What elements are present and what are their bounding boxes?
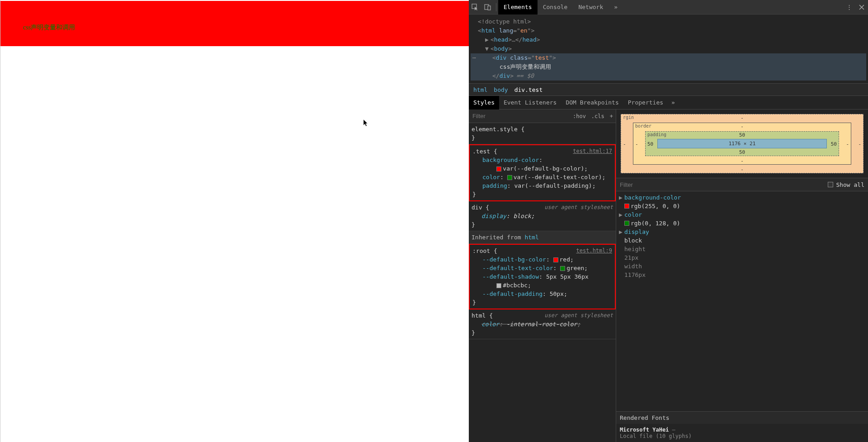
rule-root[interactable]: test.html:9 :root { --default-bg-color: … bbox=[469, 244, 616, 309]
styles-list: element.style { } test.html:17 .test { b… bbox=[469, 123, 616, 442]
styles-tabbar: Styles Event Listeners DOM Breakpoints P… bbox=[469, 96, 868, 109]
showall-checkbox[interactable] bbox=[828, 182, 833, 187]
breadcrumb: html body div.test bbox=[469, 83, 868, 96]
rendered-fonts-header: Rendered Fonts bbox=[616, 411, 868, 424]
rule-html-ua[interactable]: user agent stylesheet html { color: -int… bbox=[469, 309, 616, 339]
devtools-tabbar: Elements Console Network » ⋮ bbox=[469, 0, 868, 14]
styles-filter-row: :hov .cls + bbox=[469, 109, 616, 123]
styles-filter-input[interactable] bbox=[469, 113, 570, 119]
source-link[interactable]: test.html:17 bbox=[573, 147, 612, 156]
tab-network[interactable]: Network bbox=[573, 0, 609, 14]
new-rule-button[interactable]: + bbox=[607, 113, 616, 119]
hov-toggle[interactable]: :hov bbox=[570, 113, 589, 119]
inspect-icon[interactable] bbox=[469, 0, 481, 14]
page-viewport: css声明变量和调用 bbox=[0, 0, 469, 442]
dom-selected-node[interactable]: ⋯ <div class="test"> css声明变量和调用 </div>==… bbox=[471, 53, 866, 81]
rule-element-style[interactable]: element.style { } bbox=[469, 123, 616, 144]
tab-elements[interactable]: Elements bbox=[498, 0, 538, 14]
dom-tree[interactable]: <!doctype html> <html lang="en"> ▶<head>… bbox=[469, 14, 868, 83]
inherited-header: Inherited from html bbox=[469, 231, 616, 244]
source-link[interactable]: test.html:9 bbox=[576, 247, 612, 255]
dom-body-open[interactable]: ▼<body> bbox=[471, 44, 866, 53]
tab-console[interactable]: Console bbox=[538, 0, 573, 14]
tab-styles-more[interactable]: » bbox=[668, 99, 679, 106]
tab-properties[interactable]: Properties bbox=[623, 96, 668, 109]
crumb-divtest[interactable]: div.test bbox=[514, 86, 543, 93]
computed-column: rgin ---- border ---- padding 50505050 1… bbox=[616, 109, 868, 442]
device-toggle-icon[interactable] bbox=[481, 0, 494, 14]
tab-more[interactable]: » bbox=[609, 0, 623, 14]
close-icon[interactable] bbox=[855, 0, 868, 14]
computed-list[interactable]: ▶background-color rgb(255, 0, 0) ▶color … bbox=[616, 191, 868, 411]
cls-toggle[interactable]: .cls bbox=[589, 113, 607, 119]
devtools-panel: Elements Console Network » ⋮ <!doctype h… bbox=[469, 0, 868, 442]
svg-rect-2 bbox=[488, 6, 491, 10]
box-model[interactable]: rgin ---- border ---- padding 50505050 1… bbox=[616, 109, 868, 178]
tab-event-listeners[interactable]: Event Listeners bbox=[499, 96, 561, 109]
kebab-menu-icon[interactable]: ⋮ bbox=[843, 0, 855, 14]
tab-styles[interactable]: Styles bbox=[469, 96, 499, 109]
test-div: css声明变量和调用 bbox=[0, 1, 469, 46]
dom-html-open[interactable]: <html lang="en"> bbox=[471, 26, 866, 35]
computed-filter-row: Show all bbox=[616, 178, 868, 191]
tab-dom-breakpoints[interactable]: DOM Breakpoints bbox=[561, 96, 623, 109]
dom-doctype[interactable]: <!doctype html> bbox=[471, 17, 866, 26]
crumb-body[interactable]: body bbox=[494, 86, 508, 93]
computed-filter-input[interactable] bbox=[620, 181, 828, 188]
showall-label: Show all bbox=[836, 181, 864, 188]
styles-column: :hov .cls + element.style { } test.html:… bbox=[469, 109, 616, 442]
rule-div-ua[interactable]: user agent stylesheet div { display: blo… bbox=[469, 201, 616, 231]
rule-test[interactable]: test.html:17 .test { background-color: v… bbox=[469, 144, 616, 201]
crumb-html[interactable]: html bbox=[473, 86, 487, 93]
rendered-fonts-body: Microsoft YaHei — Local file (10 glyphs) bbox=[616, 424, 868, 442]
dom-head[interactable]: ▶<head>…</head> bbox=[471, 35, 866, 44]
mouse-cursor bbox=[363, 119, 369, 127]
